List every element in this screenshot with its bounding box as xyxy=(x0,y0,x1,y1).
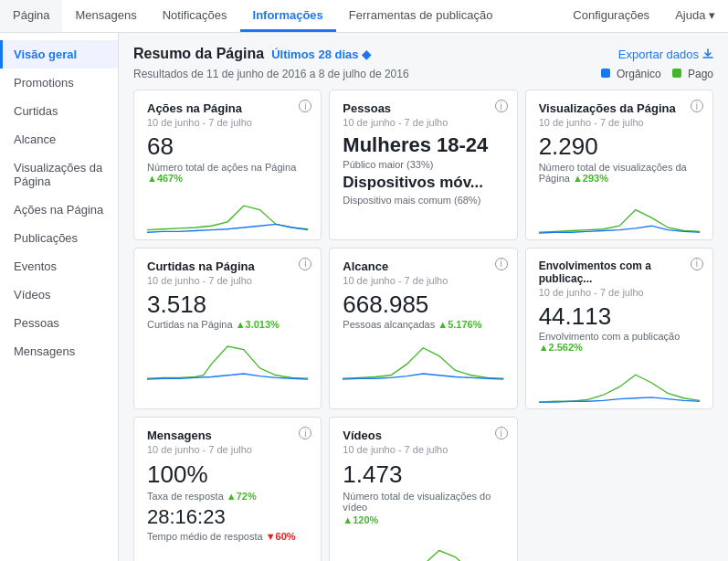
cards-grid-bottom: i Mensagens 10 de junho - 7 de julho 100… xyxy=(133,417,713,561)
card-value-curtidas: 3.518 xyxy=(147,291,308,318)
card-value-mensagens: 100% xyxy=(147,460,308,489)
card-title-videos: Vídeos xyxy=(343,429,503,442)
main-content: Resumo da Página Últimos 28 dias ◆ Expor… xyxy=(119,33,728,561)
legend-organic-dot xyxy=(601,69,610,78)
nav-notificacoes[interactable]: Notificações xyxy=(150,0,240,32)
card-sub-curtidas: Curtidas na Página ▲3.013% xyxy=(147,319,308,330)
card-change-videos: ▲120% xyxy=(343,514,503,525)
card-sub-videos: Número total de visualizações do vídeo xyxy=(343,491,503,513)
card-alcance: i Alcance 10 de junho - 7 de julho 668.9… xyxy=(329,248,517,410)
card-envolvimentos: i Envolvimentos com a publicaç... 10 de … xyxy=(525,248,713,410)
card-value-acoes: 68 xyxy=(147,133,308,160)
sidebar: Visão geral Promotions Curtidas Alcance … xyxy=(0,33,119,561)
card-title-curtidas: Curtidas na Página xyxy=(147,259,308,273)
card-curtidas: i Curtidas na Página 10 de junho - 7 de … xyxy=(133,248,322,410)
mini-chart-alcance xyxy=(343,337,503,383)
mini-chart-mensagens xyxy=(147,547,308,561)
sidebar-item-mensagens[interactable]: Mensagens xyxy=(0,337,118,365)
sidebar-item-videos[interactable]: Vídeos xyxy=(0,280,118,309)
card-change-alcance: ▲5.176% xyxy=(438,319,481,330)
export-link[interactable]: Exportar dados xyxy=(618,48,713,61)
card-info-pessoas[interactable]: i xyxy=(495,100,508,112)
card-date-pessoas: 10 de junho - 7 de julho xyxy=(343,117,503,128)
cards-grid-middle: i Curtidas na Página 10 de junho - 7 de … xyxy=(133,248,713,410)
legend-paid-dot xyxy=(672,69,681,78)
card-title-acoes: Ações na Página xyxy=(147,101,308,115)
mini-chart-curtidas xyxy=(147,337,308,383)
card-sub-envolvimentos: Envolvimento com a publicação ▲2.562% xyxy=(539,331,700,353)
card-change-envolvimentos: ▲2.562% xyxy=(539,342,583,353)
card-sub-alcance: Pessoas alcançadas ▲5.176% xyxy=(343,319,503,330)
card-date-alcance: 10 de junho - 7 de julho xyxy=(343,275,503,286)
sidebar-item-pessoas[interactable]: Pessoas xyxy=(0,309,118,337)
sidebar-item-curtidas[interactable]: Curtidas xyxy=(0,97,118,125)
card-date-curtidas: 10 de junho - 7 de julho xyxy=(147,275,308,286)
card-info-alcance[interactable]: i xyxy=(495,258,508,270)
sidebar-item-visao-geral[interactable]: Visão geral xyxy=(0,40,118,69)
card-info-acoes[interactable]: i xyxy=(299,100,311,112)
card-date-envolvimentos: 10 de junho - 7 de julho xyxy=(539,287,700,298)
cards-grid-top: i Ações na Página 10 de junho - 7 de jul… xyxy=(133,90,713,240)
sidebar-item-publicacoes[interactable]: Publicações xyxy=(0,224,118,252)
nav-ajuda[interactable]: Ajuda ▾ xyxy=(662,0,728,32)
card-acoes-pagina: i Ações na Página 10 de junho - 7 de jul… xyxy=(133,90,322,240)
nav-informacoes[interactable]: Informações xyxy=(240,0,336,32)
card-title-alcance: Alcance xyxy=(343,259,503,273)
page-header: Resumo da Página Últimos 28 dias ◆ Expor… xyxy=(133,46,713,62)
card-mensagens: i Mensagens 10 de junho - 7 de julho 100… xyxy=(133,417,322,561)
card-sub-visualizacoes: Número total de visualizações da Página … xyxy=(539,162,700,184)
mini-chart-envolvimentos xyxy=(539,360,700,406)
legend-paid: Pago xyxy=(672,68,713,80)
sidebar-item-visualizacoes[interactable]: Visualizações da Página xyxy=(0,153,118,196)
card-title-visualizacoes: Visualizações da Página xyxy=(539,101,700,115)
card-value-envolvimentos: 44.113 xyxy=(539,303,700,330)
page-title-row: Resumo da Página Últimos 28 dias ◆ xyxy=(133,46,371,62)
date-range-text: Resultados de 11 de junho de 2016 a 8 de… xyxy=(133,68,409,80)
legend-organic: Orgânico xyxy=(601,68,661,80)
period-selector[interactable]: Últimos 28 dias ◆ xyxy=(271,48,371,61)
card-visualizacoes: i Visualizações da Página 10 de junho - … xyxy=(525,90,713,240)
mini-chart-videos xyxy=(343,538,503,561)
card-date-videos: 10 de junho - 7 de julho xyxy=(343,444,503,455)
nav-configuracoes[interactable]: Configurações xyxy=(560,0,662,32)
sidebar-item-eventos[interactable]: Eventos xyxy=(0,252,118,280)
card-info-mensagens[interactable]: i xyxy=(299,427,311,439)
card-info-visualizacoes[interactable]: i xyxy=(691,100,703,112)
card-sub-acoes: Número total de ações na Página ▲467% xyxy=(147,162,308,184)
sidebar-item-promotions[interactable]: Promotions xyxy=(0,69,118,97)
card-change-mensagens: ▲72% xyxy=(227,491,257,502)
card-sub-mensagens: Taxa de resposta ▲72% xyxy=(147,491,308,502)
card-title-pessoas: Pessoas xyxy=(343,101,503,115)
card-sub-pessoas: Público maior (33%) xyxy=(343,159,503,170)
card-value-pessoas-2: Dispositivos móv... xyxy=(343,174,503,192)
mini-chart-acoes xyxy=(147,191,308,237)
card-change-acoes: ▲467% xyxy=(147,173,183,184)
nav-mensagens[interactable]: Mensagens xyxy=(62,0,149,32)
card-value-visualizacoes: 2.290 xyxy=(539,133,700,160)
card-change2-mensagens: ▼60% xyxy=(266,531,296,542)
card-title-mensagens: Mensagens xyxy=(147,429,308,442)
export-icon xyxy=(702,48,713,59)
card-info-curtidas[interactable]: i xyxy=(299,258,311,270)
card-value-pessoas: Mulheres 18-24 xyxy=(343,133,503,157)
card-sub-pessoas-2: Dispositivo mais comum (68%) xyxy=(343,195,503,206)
card-videos: i Vídeos 10 de junho - 7 de julho 1.473 … xyxy=(329,417,517,561)
card-date-mensagens: 10 de junho - 7 de julho xyxy=(147,444,308,455)
legend: Orgânico Pago xyxy=(601,68,713,80)
card-sub2-mensagens: Tempo médio de resposta ▼60% xyxy=(147,531,308,542)
card-date-visualizacoes: 10 de junho - 7 de julho xyxy=(539,117,700,128)
card-pessoas: i Pessoas 10 de junho - 7 de julho Mulhe… xyxy=(329,90,517,240)
card-change-curtidas: ▲3.013% xyxy=(236,319,280,330)
card-change-visualizacoes: ▲293% xyxy=(573,173,608,184)
nav-pagina[interactable]: Página xyxy=(0,0,62,32)
nav-ferramentas[interactable]: Ferramentas de publicação xyxy=(336,0,506,32)
card-title-envolvimentos: Envolvimentos com a publicaç... xyxy=(539,259,700,285)
top-navigation: Página Mensagens Notificações Informaçõe… xyxy=(0,0,728,33)
card-time-mensagens: 28:16:23 xyxy=(147,505,308,529)
card-info-videos[interactable]: i xyxy=(495,427,508,439)
sidebar-item-alcance[interactable]: Alcance xyxy=(0,125,118,153)
main-layout: Visão geral Promotions Curtidas Alcance … xyxy=(0,33,728,561)
card-date-acoes: 10 de junho - 7 de julho xyxy=(147,117,308,128)
sidebar-item-acoes[interactable]: Ações na Página xyxy=(0,196,118,224)
card-info-envolvimentos[interactable]: i xyxy=(691,258,703,270)
